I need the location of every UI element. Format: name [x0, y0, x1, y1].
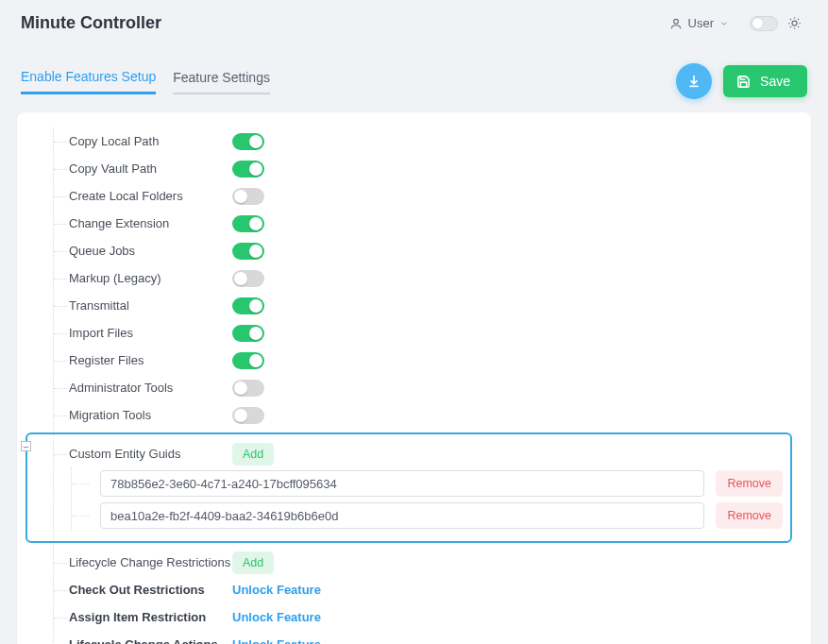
save-button[interactable]: Save [723, 65, 807, 97]
save-icon [736, 75, 751, 89]
expand-toggle[interactable]: – [21, 441, 31, 451]
feature-toggle[interactable] [232, 380, 264, 397]
feature-tree: Copy Local PathCopy Vault PathCreate Loc… [53, 127, 792, 644]
add-button[interactable]: Add [232, 551, 274, 574]
unlock-feature-link[interactable]: Unlock Feature [232, 610, 321, 624]
feature-toggle[interactable] [232, 243, 264, 260]
page-title: Minute Controller [21, 13, 161, 33]
feature-label: Change Extension [67, 216, 232, 230]
header: Minute Controller User [17, 13, 811, 42]
chevron-down-icon [719, 19, 729, 28]
svg-line-9 [798, 19, 799, 20]
feature-toggle[interactable] [232, 133, 264, 150]
svg-point-1 [792, 21, 797, 25]
feature-toggle[interactable] [232, 352, 264, 369]
svg-point-0 [673, 19, 678, 24]
feature-label: Copy Local Path [67, 134, 232, 148]
feature-toggle[interactable] [232, 188, 264, 205]
svg-line-5 [798, 26, 799, 27]
feature-label: Copy Vault Path [67, 161, 232, 176]
feature-label: Lifecycle Change Actions [67, 637, 232, 644]
feature-label: Markup (Legacy) [67, 271, 232, 285]
tab-feature-settings[interactable]: Feature Settings [173, 70, 270, 94]
feature-label: Migration Tools [67, 408, 232, 422]
download-icon [686, 74, 701, 89]
user-label: User [688, 16, 714, 30]
sun-icon [787, 16, 802, 30]
feature-label: Administrator Tools [67, 381, 232, 395]
svg-line-4 [790, 19, 791, 20]
feature-toggle[interactable] [232, 270, 264, 287]
add-guid-button[interactable]: Add [232, 443, 274, 466]
save-label: Save [760, 74, 790, 89]
custom-guids-label: Custom Entity Guids [67, 447, 232, 461]
feature-label: Register Files [67, 353, 232, 367]
custom-entity-guids-section: –Custom Entity GuidsAddRemoveRemove [25, 432, 792, 543]
feature-toggle[interactable] [232, 407, 264, 424]
guid-input[interactable] [100, 470, 704, 497]
settings-card: Copy Local PathCopy Vault PathCreate Loc… [17, 112, 811, 644]
feature-label: Queue Jobs [67, 244, 232, 258]
download-button[interactable] [676, 63, 712, 99]
feature-label: Import Files [67, 326, 232, 340]
user-menu[interactable]: User [669, 16, 729, 30]
remove-guid-button[interactable]: Remove [716, 470, 783, 497]
tab-enable-features[interactable]: Enable Features Setup [21, 69, 156, 94]
theme-toggle[interactable] [750, 16, 778, 31]
unlock-feature-link[interactable]: Unlock Feature [232, 637, 321, 644]
feature-toggle[interactable] [232, 297, 264, 314]
feature-label: Create Local Folders [67, 189, 232, 203]
unlock-feature-link[interactable]: Unlock Feature [232, 583, 321, 597]
feature-label: Check Out Restrictions [67, 583, 232, 597]
feature-toggle[interactable] [232, 325, 264, 342]
feature-toggle[interactable] [232, 215, 264, 232]
feature-label: Assign Item Restriction [67, 610, 232, 624]
user-icon [669, 17, 683, 30]
feature-label: Transmittal [67, 298, 232, 313]
feature-label: Lifecycle Change Restrictions [67, 555, 232, 569]
svg-line-8 [790, 26, 791, 27]
remove-guid-button[interactable]: Remove [716, 502, 783, 529]
guid-input[interactable] [100, 502, 704, 529]
tabs: Enable Features Setup Feature Settings [21, 69, 270, 94]
feature-toggle[interactable] [232, 161, 264, 178]
